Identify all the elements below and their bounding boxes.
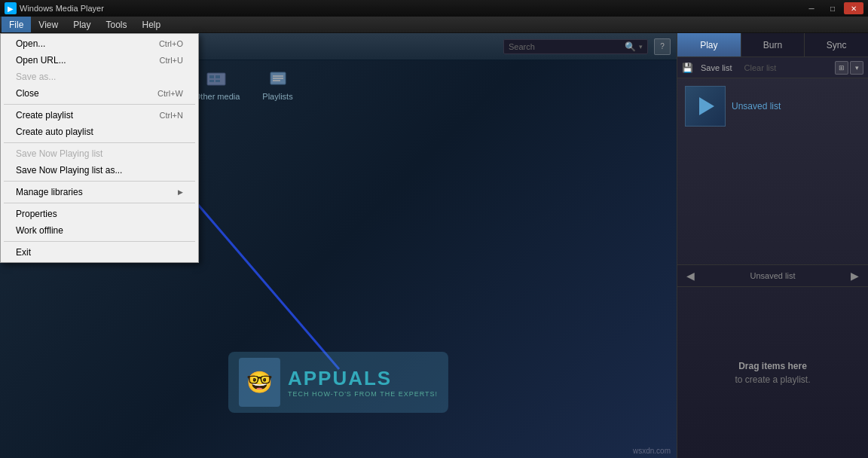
- unsaved-list-header: Unsaved list: [685, 86, 860, 127]
- menu-item-openurl[interactable]: Open URL... Ctrl+U: [1, 52, 198, 69]
- playlists-icon: [266, 68, 290, 89]
- play-button-large: [699, 97, 714, 115]
- save-list-button[interactable]: Save list: [696, 62, 737, 74]
- app-title: Windows Media Player: [20, 4, 802, 13]
- menu-item-createplaylist[interactable]: Create playlist Ctrl+N: [1, 107, 198, 124]
- menu-item-open[interactable]: Open... Ctrl+O: [1, 35, 198, 52]
- panel-nav-next[interactable]: ▶: [848, 270, 862, 282]
- menu-item-saveas[interactable]: Save as...: [1, 69, 198, 85]
- clear-list-button[interactable]: Clear list: [740, 62, 781, 74]
- unsaved-list-title: Unsaved list: [732, 101, 781, 111]
- separator-1: [4, 104, 195, 105]
- right-panel: Play Burn Sync 💾 Save list Clear list ⊞ …: [677, 33, 868, 458]
- window-controls: ─ □ ✕: [802, 2, 863, 14]
- watermark-text: APPUALS: [288, 367, 438, 390]
- menu-file[interactable]: File: [2, 17, 31, 32]
- menu-item-properties[interactable]: Properties: [1, 206, 198, 222]
- panel-extra-btn1[interactable]: ⊞: [835, 61, 848, 75]
- menu-view[interactable]: View: [31, 17, 66, 32]
- panel-tab-sync[interactable]: Sync: [805, 33, 868, 56]
- menu-item-managelibraries[interactable]: Manage libraries: [1, 184, 198, 200]
- file-menu: Open... Ctrl+O Open URL... Ctrl+U Save a…: [0, 33, 199, 263]
- menu-bar: File View Play Tools Help: [0, 17, 868, 33]
- menu-play[interactable]: Play: [66, 17, 98, 32]
- search-icon[interactable]: 🔍: [625, 41, 636, 52]
- menu-item-savenowplayingas[interactable]: Save Now Playing list as...: [1, 162, 198, 179]
- menu-item-close[interactable]: Close Ctrl+W: [1, 85, 198, 102]
- save-list-icon: 💾: [682, 63, 693, 73]
- panel-extra-btn2[interactable]: ▾: [850, 61, 863, 75]
- drag-here-area: Drag items here to create a playlist.: [677, 287, 868, 458]
- panel-tab-burn[interactable]: Burn: [741, 33, 805, 56]
- watermark: 🤓 APPUALS TECH HOW-TO'S FROM THE EXPERTS…: [228, 352, 448, 413]
- search-input[interactable]: [509, 42, 622, 51]
- panel-nav-prev[interactable]: ◀: [683, 270, 698, 282]
- tab-playlists[interactable]: Playlists: [255, 63, 300, 105]
- close-button[interactable]: ✕: [844, 2, 863, 14]
- menu-item-createauto[interactable]: Create auto playlist: [1, 124, 198, 140]
- panel-tabs: Play Burn Sync: [677, 33, 868, 57]
- watermark-subtext: TECH HOW-TO'S FROM THE EXPERTS!: [288, 390, 438, 398]
- menu-tools[interactable]: Tools: [98, 17, 134, 32]
- search-bar: 🔍 ▾: [503, 39, 648, 54]
- app-icon: ▶: [5, 2, 17, 14]
- panel-nav: ◀ Unsaved list ▶: [677, 264, 868, 287]
- svg-rect-11: [209, 80, 214, 82]
- separator-5: [4, 241, 195, 242]
- menu-item-workoffline[interactable]: Work offline: [1, 222, 198, 239]
- play-thumbnail: [685, 86, 726, 127]
- separator-3: [4, 181, 195, 182]
- help-button[interactable]: ?: [654, 38, 671, 55]
- menu-item-savenowplaying[interactable]: Save Now Playing list: [1, 145, 198, 162]
- menu-item-exit[interactable]: Exit: [1, 244, 198, 261]
- drag-here-sub: to create a playlist.: [735, 374, 810, 385]
- maximize-button[interactable]: □: [823, 2, 842, 14]
- tab-othermedia-label: Other media: [194, 92, 240, 101]
- title-bar: ▶ Windows Media Player ─ □ ✕: [0, 0, 868, 17]
- minimize-button[interactable]: ─: [802, 2, 821, 14]
- svg-rect-8: [207, 73, 225, 85]
- panel-tab-play[interactable]: Play: [677, 33, 741, 56]
- panel-nav-label: Unsaved list: [698, 271, 848, 280]
- drag-here-main: Drag items here: [738, 361, 807, 371]
- unsaved-list-area: Unsaved list: [677, 78, 868, 264]
- othermedia-icon: [205, 68, 229, 89]
- search-dropdown-icon[interactable]: ▾: [639, 43, 643, 50]
- panel-toolbar: 💾 Save list Clear list ⊞ ▾: [677, 57, 868, 78]
- menu-help[interactable]: Help: [135, 17, 169, 32]
- svg-rect-12: [215, 80, 220, 82]
- tab-playlists-label: Playlists: [262, 92, 292, 101]
- separator-4: [4, 203, 195, 203]
- svg-rect-9: [209, 75, 214, 78]
- wsxdn-watermark: wsxdn.com: [633, 447, 671, 455]
- separator-2: [4, 142, 195, 143]
- svg-rect-10: [215, 75, 220, 78]
